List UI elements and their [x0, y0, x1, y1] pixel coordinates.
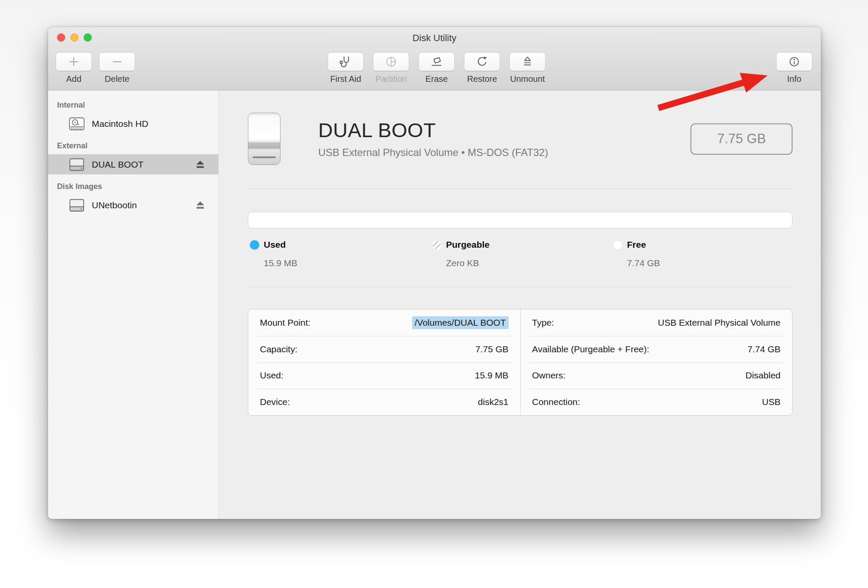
plus-icon	[67, 55, 80, 68]
disk-utility-window: Disk Utility Add Delete	[48, 27, 821, 519]
partition-icon	[385, 55, 398, 68]
used-swatch-icon	[250, 240, 259, 250]
legend-free: Free 7.74 GB	[613, 240, 660, 268]
sidebar: Internal Macintosh HD External	[48, 90, 219, 519]
delete-button[interactable]: Delete	[99, 52, 135, 84]
legend-used: Used 15.9 MB	[250, 240, 297, 268]
table-row: Capacity: 7.75 GB	[248, 336, 520, 363]
row-value: 15.9 MB	[475, 370, 508, 381]
row-value: disk2s1	[478, 397, 508, 407]
add-button[interactable]: Add	[56, 52, 92, 84]
capacity-badge: 7.75 GB	[690, 123, 793, 155]
external-drive-icon	[69, 158, 85, 171]
sidebar-item-dual-boot[interactable]: DUAL BOOT	[48, 154, 218, 174]
sidebar-section-external: External	[48, 134, 218, 154]
info-button[interactable]: Info	[776, 52, 812, 84]
traffic-lights	[57, 33, 92, 42]
table-row: Connection: USB	[521, 389, 793, 415]
erase-label: Erase	[425, 74, 448, 84]
volume-name: DUAL BOOT	[318, 119, 548, 141]
sidebar-item-label: UNetbootin	[92, 200, 137, 210]
mount-point-value: /Volumes/DUAL BOOT	[412, 316, 509, 329]
divider	[248, 189, 793, 189]
zoom-button[interactable]	[84, 33, 92, 42]
volume-detail-pane: DUAL BOOT USB External Physical Volume •…	[219, 90, 821, 519]
info-icon	[788, 55, 801, 68]
table-row: Device: disk2s1	[248, 389, 520, 415]
row-label: Device:	[260, 397, 290, 407]
row-value: 7.75 GB	[475, 344, 508, 354]
volume-info-table: Mount Point: /Volumes/DUAL BOOT Capacity…	[248, 309, 793, 416]
unmount-icon	[521, 55, 534, 68]
legend-value: 7.74 GB	[627, 258, 660, 268]
unmount-label: Unmount	[510, 74, 545, 84]
table-row: Used: 15.9 MB	[248, 363, 520, 389]
erase-icon	[430, 55, 443, 68]
first-aid-button[interactable]: First Aid	[328, 52, 364, 84]
row-label: Available (Purgeable + Free):	[532, 344, 649, 354]
table-row: Type: USB External Physical Volume	[521, 309, 793, 336]
partition-label: Partition	[375, 74, 407, 84]
sidebar-item-label: Macintosh HD	[92, 119, 148, 129]
sidebar-item-macintosh-hd[interactable]: Macintosh HD	[48, 114, 218, 134]
divider	[248, 287, 793, 287]
external-drive-large-icon	[248, 113, 280, 165]
first-aid-icon	[339, 55, 352, 68]
row-label: Mount Point:	[260, 318, 310, 328]
titlebar[interactable]: Disk Utility	[48, 27, 821, 48]
restore-label: Restore	[467, 74, 497, 84]
add-label: Add	[66, 74, 81, 84]
eject-button[interactable]	[195, 201, 205, 210]
restore-button[interactable]: Restore	[464, 52, 500, 84]
window-title: Disk Utility	[48, 27, 821, 49]
internal-drive-icon	[69, 117, 85, 131]
eject-icon	[195, 160, 205, 169]
row-label: Type:	[532, 318, 554, 328]
minimize-button[interactable]	[70, 33, 78, 42]
eject-icon	[195, 201, 205, 210]
table-row: Available (Purgeable + Free): 7.74 GB	[521, 336, 793, 363]
usage-legend: Used 15.9 MB Purgeable	[248, 240, 793, 287]
row-label: Capacity:	[260, 344, 298, 354]
restore-icon	[476, 55, 488, 68]
row-label: Used:	[260, 370, 283, 381]
table-row: Mount Point: /Volumes/DUAL BOOT	[248, 309, 520, 336]
purgeable-swatch-icon	[432, 240, 442, 250]
legend-label: Purgeable	[446, 240, 490, 250]
delete-label: Delete	[105, 74, 130, 84]
partition-button[interactable]: Partition	[373, 52, 409, 84]
volume-subtitle: USB External Physical Volume • MS-DOS (F…	[318, 147, 548, 159]
legend-value: 15.9 MB	[264, 258, 297, 268]
legend-value: Zero KB	[446, 258, 490, 268]
row-value: USB External Physical Volume	[658, 318, 781, 328]
eject-button[interactable]	[195, 160, 205, 169]
external-drive-icon	[69, 198, 85, 212]
row-value: 7.74 GB	[747, 344, 781, 354]
unmount-button[interactable]: Unmount	[509, 52, 546, 84]
row-value: Disabled	[745, 370, 781, 381]
legend-label: Free	[627, 240, 646, 250]
minus-icon	[111, 55, 124, 68]
legend-label: Used	[264, 240, 286, 250]
sidebar-item-label: DUAL BOOT	[92, 159, 144, 170]
row-label: Connection:	[532, 397, 580, 407]
erase-button[interactable]: Erase	[419, 52, 455, 84]
free-swatch-icon	[613, 240, 623, 250]
first-aid-label: First Aid	[330, 74, 361, 84]
toolbar: Add Delete	[48, 48, 821, 90]
sidebar-section-internal: Internal	[48, 93, 218, 114]
window-chrome: Disk Utility Add Delete	[48, 27, 821, 90]
close-button[interactable]	[57, 33, 65, 42]
row-label: Owners:	[532, 370, 566, 381]
table-row: Owners: Disabled	[521, 363, 793, 389]
row-value: USB	[762, 397, 781, 407]
sidebar-section-disk-images: Disk Images	[48, 174, 218, 195]
info-label: Info	[787, 74, 801, 84]
sidebar-item-unetbootin[interactable]: UNetbootin	[48, 195, 218, 215]
legend-purgeable: Purgeable Zero KB	[432, 240, 490, 268]
storage-usage-bar	[248, 212, 793, 228]
